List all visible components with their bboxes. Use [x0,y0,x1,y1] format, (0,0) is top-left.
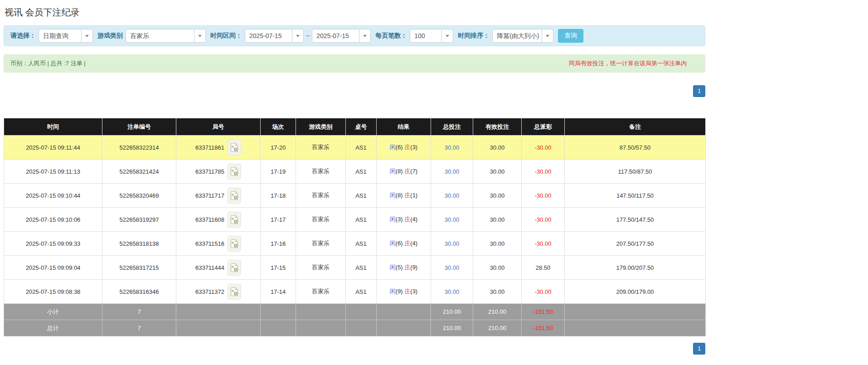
column-header: 总投注 [431,118,473,136]
total-bet-link[interactable]: 30.00 [445,168,460,175]
table-row: 2025-07-15 09:11:13522658321424633711785… [4,160,706,184]
cell-session: 17-18 [261,184,296,208]
cell-time: 2025-07-15 09:11:13 [4,160,102,184]
table-header-row: 时间注单编号局号场次游戏类别桌号结果总投注有效投注总派彩备注 [4,118,706,136]
cell-bet-id: 522658319297 [102,208,176,232]
result-banker-score: (9) [410,264,417,271]
video-icon[interactable] [228,164,241,180]
cell-bet-id: 522658317215 [102,256,176,280]
table-row: 2025-07-15 09:10:06522658319297633711608… [4,208,706,232]
page-button-1[interactable]: 1 [693,343,705,355]
game-type-select[interactable]: 百家乐 [126,29,206,43]
film-document-glyph [230,167,239,176]
cell-valid-bet: 30.00 [473,232,522,256]
video-icon[interactable] [228,284,241,300]
round-id-text: 633711444 [195,264,224,271]
cell-valid-bet: 30.00 [473,208,522,232]
cell-session: 17-20 [261,136,296,160]
chevron-down-icon[interactable] [359,29,370,42]
result-banker-label: 庄 [404,264,410,271]
per-page-select[interactable]: 100 [410,29,453,43]
summary-count: 7 [102,304,176,320]
payout-value: -30.00 [535,192,552,199]
summary-label: 总计 [4,320,102,336]
video-icon[interactable] [228,140,241,156]
date-to-input[interactable]: 2025-07-15 [312,29,371,43]
cell-payout: -30.00 [522,280,565,304]
cell-remark: 117.50/87.50 [565,160,706,184]
table-row: 2025-07-15 09:11:44522658322314633711861… [4,136,706,160]
total-bet-link[interactable]: 30.00 [445,288,460,295]
chevron-down-icon[interactable] [441,29,453,42]
total-bet-link[interactable]: 30.00 [445,216,460,223]
result-player-label: 闲 [390,288,396,295]
page-container: 视讯 会员下注纪录 请选择： 日期查询 游戏类别 百家乐 时间区间： 2025-… [4,6,705,355]
total-bet-link[interactable]: 30.00 [445,240,460,247]
cell-game-type: 百家乐 [296,184,346,208]
table-row: 2025-07-15 09:08:38522658316346633711372… [4,280,706,304]
date-from-input[interactable]: 2025-07-15 [245,29,304,43]
cell-time: 2025-07-15 09:10:06 [4,208,102,232]
video-icon[interactable] [228,260,241,276]
column-header: 结果 [377,118,431,136]
video-icon[interactable] [228,188,241,204]
film-document-glyph [230,191,239,200]
payout-value: -30.00 [535,216,552,223]
total-bet-link[interactable]: 30.00 [445,264,460,271]
total-bet-link[interactable]: 30.00 [445,144,460,151]
cell-remark: 87.50/57.50 [565,136,706,160]
cell-time: 2025-07-15 09:08:38 [4,280,102,304]
cell-table-no: AS1 [346,208,377,232]
chevron-down-icon[interactable] [542,29,553,42]
cell-valid-bet: 30.00 [473,160,522,184]
payout-value: -30.00 [535,288,552,295]
total-bet-link[interactable]: 30.00 [445,192,460,199]
column-header: 局号 [176,118,261,136]
chevron-down-icon[interactable] [81,29,92,42]
cell-valid-bet: 30.00 [473,184,522,208]
cell-session: 17-19 [261,160,296,184]
cell-bet-id: 522658318138 [102,232,176,256]
result-banker-score: (3) [410,144,417,151]
search-button[interactable]: 查询 [558,29,583,43]
payout-value: -30.00 [535,240,552,247]
cell-result: 闲(8) 庄(7) [377,160,431,184]
cell-total-bet: 30.00 [431,256,473,280]
valid-bet-notice-text: 同局有效投注，统一计算在该局第一张注单内 [569,59,687,68]
chevron-down-icon[interactable] [194,29,205,42]
cell-table-no: AS1 [346,280,377,304]
film-document-glyph [230,143,239,152]
result-banker-label: 庄 [404,168,410,175]
payout-value: 28.50 [536,264,551,271]
cell-round-id: 633711608 [176,208,261,232]
column-header: 游戏类别 [296,118,346,136]
cell-remark: 177.50/147.50 [565,208,706,232]
result-banker-score: (7) [410,168,417,175]
page-button-1[interactable]: 1 [693,85,705,97]
date-from-value: 2025-07-15 [245,29,292,42]
pagination-top: 1 [4,85,705,97]
query-type-value: 日期查询 [39,29,81,42]
cell-game-type: 百家乐 [296,256,346,280]
range-separator: ~ [306,32,310,39]
cell-round-id: 633711785 [176,160,261,184]
video-icon[interactable] [228,212,241,228]
cell-round-id: 633711444 [176,256,261,280]
cell-bet-id: 522658321424 [102,160,176,184]
cell-payout: -30.00 [522,184,565,208]
result-banker-score: (3) [410,288,417,295]
result-player-score: (3) [396,216,403,223]
chevron-down-icon[interactable] [292,29,303,42]
cell-payout: 28.50 [522,256,565,280]
sort-order-select[interactable]: 降冪(由大到小) [492,29,553,43]
column-header: 有效投注 [473,118,522,136]
query-type-select[interactable]: 日期查询 [39,29,93,43]
video-icon[interactable] [228,236,241,252]
payout-value: -30.00 [535,144,552,151]
summary-payout: -151.50 [522,320,565,336]
cell-total-bet: 30.00 [431,208,473,232]
cell-valid-bet: 30.00 [473,280,522,304]
cell-game-type: 百家乐 [296,280,346,304]
cell-session: 17-16 [261,232,296,256]
cell-total-bet: 30.00 [431,232,473,256]
